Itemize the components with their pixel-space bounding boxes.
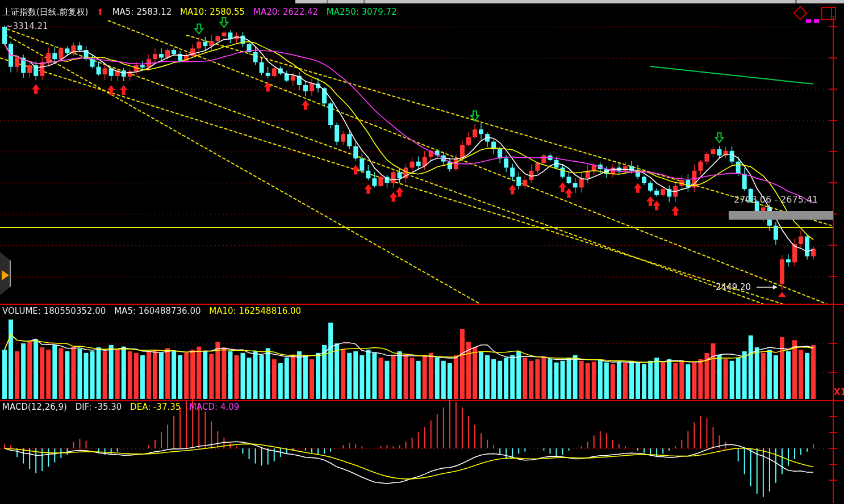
ma20-value: MA20: 2622.42 — [253, 7, 318, 17]
high-price-annotation: ~3314.21 — [6, 21, 48, 31]
magenta-marker-dot — [806, 19, 811, 23]
dif-value: DIF: -35.30 — [76, 402, 122, 412]
window-layout-icon[interactable] — [821, 7, 836, 20]
trading-app-window: 上证指数(日线.前复权) ⬆ MA5: 2583.12 MA10: 2580.5… — [0, 0, 844, 504]
macd-value: MACD: 4.09 — [189, 402, 239, 412]
low-price-annotation: 2449.20 — [716, 282, 751, 292]
volume-unit-label: X1 — [834, 387, 844, 397]
ma250-value: MA250: 3079.72 — [327, 7, 397, 17]
magenta-marker-dot — [814, 19, 819, 23]
volume-value: VOLUME: 180550352.00 — [2, 306, 106, 316]
dea-value: DEA: -37.35 — [130, 402, 181, 412]
titlebar-divider — [327, 0, 328, 3]
volume-ma5-value: MA5: 160488736.00 — [114, 306, 200, 316]
ma10-value: MA10: 2580.55 — [180, 7, 245, 17]
titlebar-divider — [795, 0, 797, 3]
volume-ma10-value: MA10: 162548816.00 — [209, 306, 301, 316]
volume-pane-header: VOLUME: 180550352.00 MA5: 160488736.00 M… — [2, 306, 307, 316]
window-layout-icon-divider — [831, 8, 832, 19]
gap-zone-bar — [729, 211, 833, 220]
symbol-title[interactable]: 上证指数(日线.前复权) — [2, 7, 88, 17]
up-arrow-icon: ⬆ — [97, 7, 104, 17]
main-chart-header: 上证指数(日线.前复权) ⬆ MA5: 2583.12 MA10: 2580.5… — [2, 7, 403, 18]
gap-range-annotation: 2703.06 - 2675.41 — [734, 194, 818, 205]
macd-name: MACD(12,26,9) — [2, 402, 67, 412]
chart-canvas[interactable] — [0, 0, 844, 504]
ma5-value: MA5: 2583.12 — [112, 7, 172, 17]
window-titlebar-strip[interactable] — [295, 0, 844, 3]
macd-pane-header: MACD(12,26,9) DIF: -35.30 DEA: -37.35 MA… — [2, 402, 245, 412]
expand-arrow-icon[interactable] — [2, 270, 9, 280]
titlebar-divider — [363, 0, 365, 3]
